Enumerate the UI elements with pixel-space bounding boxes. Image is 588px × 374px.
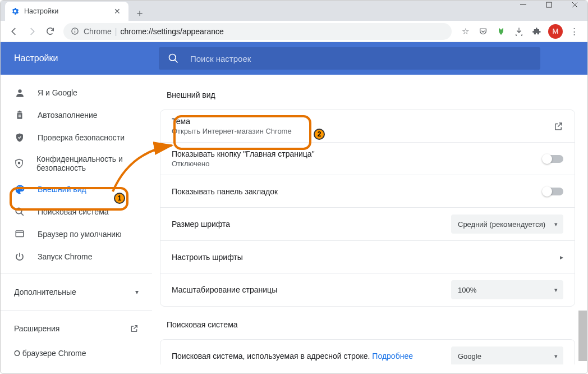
sidebar-item-privacy[interactable]: Конфиденциальность и безопасность [1, 149, 152, 178]
settings-header: Настройки [1, 42, 587, 75]
svg-rect-0 [546, 2, 552, 7]
theme-subtitle: Открыть Интернет-магазин Chrome [172, 127, 553, 135]
appearance-card: Тема Открыть Интернет-магазин Chrome Пок… [160, 110, 575, 307]
browser-icon [14, 229, 25, 240]
gear-icon [11, 7, 20, 16]
sidebar-about[interactable]: О браузере Chrome [1, 341, 152, 364]
font-size-row: Размер шрифта Средний (рекомендуется) [160, 208, 575, 241]
sidebar: Я и Google Автозаполнение Проверка безоп… [1, 75, 152, 364]
bookmarks-bar-row: Показывать панель закладок [160, 175, 575, 208]
profile-avatar[interactable]: M [548, 24, 563, 39]
sidebar-item-you-and-google[interactable]: Я и Google [1, 81, 152, 104]
reload-button[interactable] [41, 22, 59, 40]
home-button-toggle[interactable] [543, 155, 563, 163]
back-button[interactable] [5, 22, 23, 40]
page-zoom-row: Масштабирование страницы 100% [160, 273, 575, 306]
sidebar-extensions[interactable]: Расширения [1, 316, 152, 341]
svg-point-6 [19, 162, 20, 164]
learn-more-link[interactable]: Подробнее [372, 352, 413, 361]
section-search-title: Поисковая система [167, 320, 575, 329]
url-scheme: Chrome [84, 27, 112, 36]
home-button-row: Показывать кнопку "Главная страница" Отк… [160, 143, 575, 175]
evernote-icon[interactable] [493, 24, 509, 39]
external-link-icon[interactable] [553, 121, 563, 131]
power-icon [14, 251, 25, 262]
minimize-button[interactable] [510, 0, 536, 13]
sidebar-advanced[interactable]: Дополнительные ▾ [1, 280, 152, 304]
search-engine-dropdown[interactable]: Google [451, 346, 563, 364]
shield-icon [14, 158, 24, 169]
clipboard-icon [14, 110, 25, 121]
tab-title: Настройки [24, 7, 58, 15]
sidebar-item-safety-check[interactable]: Проверка безопасности [1, 126, 152, 149]
browser-tab[interactable]: Настройки ✕ [5, 2, 128, 21]
extensions-icon[interactable] [529, 24, 545, 39]
sidebar-item-default-browser[interactable]: Браузер по умолчанию [1, 223, 152, 245]
chevron-right-icon: ▸ [560, 253, 563, 261]
theme-title: Тема [172, 117, 553, 126]
svg-point-7 [16, 208, 22, 214]
shield-check-icon [14, 132, 25, 143]
divider [1, 273, 152, 274]
new-tab-button[interactable]: ＋ [132, 5, 148, 21]
bookmark-star-icon[interactable]: ☆ [457, 24, 473, 39]
font-size-dropdown[interactable]: Средний (рекомендуется) [451, 215, 563, 234]
search-icon [14, 206, 25, 217]
svg-rect-8 [16, 231, 24, 237]
person-icon [14, 87, 25, 98]
svg-rect-3 [74, 31, 75, 33]
content-area: Внешний вид Тема Открыть Интернет-магази… [152, 75, 587, 364]
bookmarks-bar-toggle[interactable] [543, 188, 563, 195]
svg-point-4 [169, 54, 176, 61]
settings-search[interactable] [159, 47, 540, 70]
page-title: Настройки [14, 53, 159, 63]
palette-icon [14, 184, 25, 195]
search-card: Поисковая система, используемая в адресн… [160, 339, 575, 364]
download-icon[interactable] [511, 24, 527, 39]
divider [1, 310, 152, 311]
address-bar[interactable]: Chrome | chrome://settings/appearance [63, 23, 452, 40]
search-icon [168, 53, 179, 64]
search-input[interactable] [190, 54, 531, 63]
sidebar-item-search-engine[interactable]: Поисковая система [1, 200, 152, 223]
theme-row[interactable]: Тема Открыть Интернет-магазин Chrome [160, 110, 575, 143]
tab-close-icon[interactable]: ✕ [112, 6, 123, 17]
site-info-icon[interactable] [70, 27, 79, 36]
customize-fonts-row[interactable]: Настроить шрифты ▸ [160, 241, 575, 273]
sidebar-item-appearance[interactable]: Внешний вид [1, 178, 152, 200]
window-controls [510, 0, 587, 13]
menu-icon[interactable]: ⋮ [566, 24, 582, 39]
pocket-icon[interactable] [475, 24, 491, 39]
svg-point-5 [18, 89, 21, 93]
section-appearance-title: Внешний вид [167, 90, 575, 99]
maximize-button[interactable] [536, 0, 562, 13]
page-zoom-dropdown[interactable]: 100% [451, 280, 563, 299]
browser-toolbar: Chrome | chrome://settings/appearance ☆ … [1, 21, 587, 42]
url-path: chrome://settings/appearance [120, 27, 223, 36]
main-area: Я и Google Автозаполнение Проверка безоп… [1, 75, 587, 364]
tab-strip: Настройки ✕ ＋ [1, 1, 587, 21]
search-engine-row: Поисковая система, используемая в адресн… [160, 340, 575, 364]
sidebar-item-on-startup[interactable]: Запуск Chrome [1, 245, 152, 268]
external-link-icon [130, 324, 139, 333]
chevron-down-icon: ▾ [135, 288, 139, 296]
svg-point-2 [74, 29, 75, 30]
sidebar-item-autofill[interactable]: Автозаполнение [1, 104, 152, 126]
scrollbar-thumb[interactable] [578, 311, 587, 361]
close-window-button[interactable] [562, 0, 587, 13]
forward-button[interactable] [23, 22, 41, 40]
